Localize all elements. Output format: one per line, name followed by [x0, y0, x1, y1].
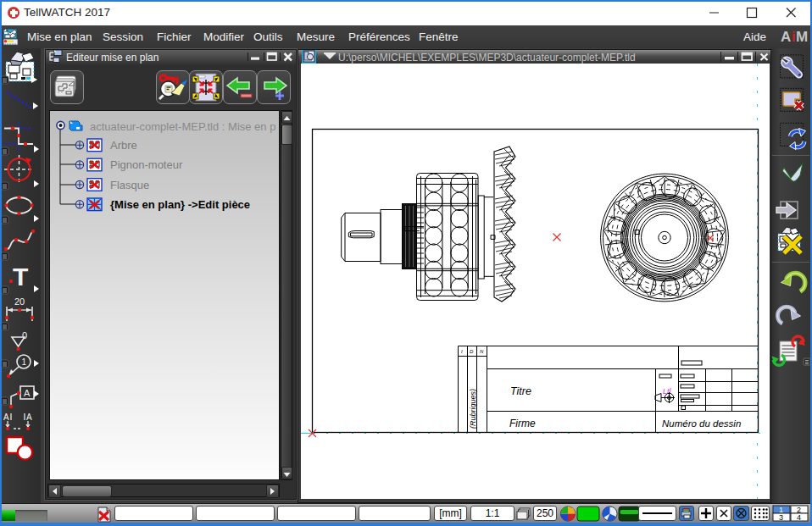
svg-text:Firme: Firme: [509, 418, 536, 429]
svg-text:4: 4: [797, 513, 801, 522]
svg-text:Numéro du dessin: Numéro du dessin: [662, 418, 741, 429]
svg-text:A: A: [26, 412, 32, 422]
svg-text:I: I: [461, 349, 463, 354]
svg-text:D: D: [470, 349, 474, 354]
svg-text:Ltl: Ltl: [663, 387, 672, 396]
svg-text:N: N: [480, 349, 484, 354]
svg-text:20: 20: [14, 296, 25, 307]
svg-text:(Rubriques): (Rubriques): [469, 389, 477, 429]
svg-text:T: T: [13, 263, 28, 291]
svg-text:3: 3: [779, 513, 783, 522]
svg-text:A: A: [3, 412, 9, 422]
svg-text:Titre: Titre: [510, 385, 531, 397]
svg-text:A: A: [24, 388, 31, 398]
svg-text:1: 1: [22, 357, 27, 367]
